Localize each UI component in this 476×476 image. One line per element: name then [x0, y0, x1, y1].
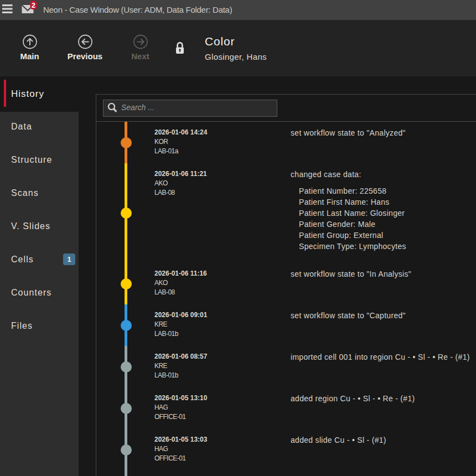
- svg-text:2: 2: [32, 2, 35, 9]
